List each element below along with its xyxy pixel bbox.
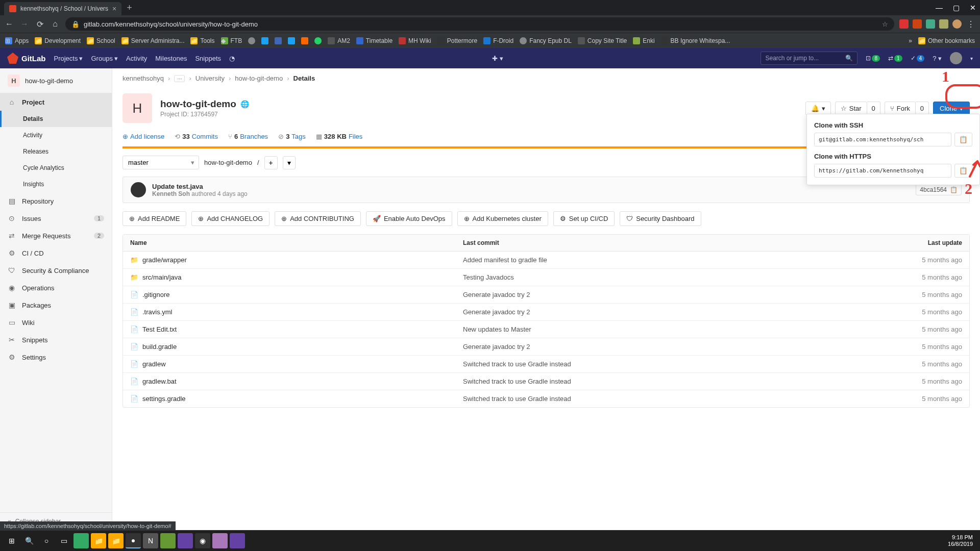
home-button[interactable]: ⌂ xyxy=(50,19,60,29)
gitlab-logo[interactable]: GitLab xyxy=(7,53,46,64)
clone-ssh-input[interactable] xyxy=(814,133,951,146)
taskbar-app[interactable] xyxy=(178,533,193,548)
bookmark[interactable]: 📁School xyxy=(87,37,115,44)
bookmark[interactable] xyxy=(275,37,282,44)
user-avatar[interactable] xyxy=(950,52,962,64)
cortana-icon[interactable]: ○ xyxy=(39,533,54,548)
sidebar-item-ci-cd[interactable]: ⚙CI / CD xyxy=(0,244,112,262)
close-window-icon[interactable]: ✕ xyxy=(970,4,976,12)
minimize-icon[interactable]: — xyxy=(936,4,943,12)
ext-icon[interactable] xyxy=(926,19,935,29)
file-row[interactable]: 📄settings.gradle Switched track to use G… xyxy=(123,390,969,407)
bookmark[interactable]: Fancy Epub DL xyxy=(520,37,572,44)
add-license-link[interactable]: ⊕Add license xyxy=(122,133,164,140)
file-row[interactable]: 📄Test Edit.txt New updates to Master 5 m… xyxy=(123,321,969,338)
quick-action-set-up-ci-cd[interactable]: ⚙Set up CI/CD xyxy=(553,211,615,226)
bookmark-overflow[interactable]: » xyxy=(909,37,912,44)
maximize-icon[interactable]: ▢ xyxy=(953,4,960,12)
taskbar-app[interactable]: N xyxy=(143,533,158,548)
bookmark[interactable] xyxy=(261,37,268,44)
quick-action-add-contributing[interactable]: ⊕Add CONTRIBUTING xyxy=(275,211,361,226)
quick-action-security-dashboard[interactable]: 🛡Security Dashboard xyxy=(620,211,701,226)
nav-milestones[interactable]: Milestones xyxy=(155,55,187,62)
profile-avatar[interactable] xyxy=(952,19,962,29)
star-icon[interactable]: ☆ xyxy=(882,20,888,28)
bookmark[interactable] xyxy=(314,37,322,44)
commit-sha[interactable]: 4bca1564 📋 xyxy=(916,184,962,195)
nav-ci-status-icon[interactable]: ◔ xyxy=(229,55,235,62)
fork-count[interactable]: 0 xyxy=(916,102,929,115)
sidebar-item-repository[interactable]: ▤Repository xyxy=(0,192,112,210)
other-bookmarks[interactable]: 📁Other bookmarks xyxy=(918,37,975,44)
bookmark[interactable]: Enki xyxy=(633,37,654,44)
bookmark[interactable] xyxy=(288,37,295,44)
bookmark[interactable]: Copy Site Title xyxy=(578,37,627,44)
sidebar-item-packages[interactable]: ▣Packages xyxy=(0,296,112,314)
sidebar-item-releases[interactable]: Releases xyxy=(0,143,112,160)
quick-action-add-changelog[interactable]: ⊕Add CHANGELOG xyxy=(191,211,270,226)
reload-button[interactable]: ⟳ xyxy=(35,19,45,29)
url-bar[interactable]: 🔒 gitlab.com/kennethsohyq/school/univers… xyxy=(65,17,894,31)
ext-icon[interactable] xyxy=(939,19,948,29)
issues-counter[interactable]: ⊡8 xyxy=(866,55,880,62)
taskbar-clock[interactable]: 9:18 PM 16/8/2019 xyxy=(948,534,976,547)
back-button[interactable]: ← xyxy=(4,19,14,29)
bookmark[interactable]: ◆FTB xyxy=(221,37,242,44)
commit-author-avatar[interactable] xyxy=(131,182,146,197)
taskbar-app[interactable] xyxy=(74,533,89,548)
taskbar-app[interactable]: ◉ xyxy=(195,533,210,548)
nav-groups[interactable]: Groups ▾ xyxy=(91,55,118,62)
forward-button[interactable]: → xyxy=(19,19,30,29)
file-explorer-icon[interactable]: 📁 xyxy=(91,533,106,548)
close-tab-icon[interactable]: × xyxy=(112,5,116,13)
quick-action-add-kubernetes-cluster[interactable]: ⊕Add Kubernetes cluster xyxy=(457,211,548,226)
sidebar-item-merge-requests[interactable]: ⇄Merge Requests2 xyxy=(0,227,112,244)
browser-menu-icon[interactable]: ⋮ xyxy=(966,19,976,29)
path-crumb[interactable]: how-to-git-demo xyxy=(204,159,252,166)
add-file-dropdown[interactable]: ▾ xyxy=(283,156,296,169)
clone-button[interactable]: Clone ▾ xyxy=(933,102,970,115)
plus-dropdown[interactable]: ✚ ▾ xyxy=(492,55,503,62)
sidebar-item-operations[interactable]: ◉Operations xyxy=(0,279,112,296)
bookmark[interactable]: 📁Tools xyxy=(190,37,214,44)
new-tab-button[interactable]: + xyxy=(127,3,132,13)
mr-counter[interactable]: ⇄1 xyxy=(888,55,902,62)
bookmark[interactable]: Timetable xyxy=(356,37,393,44)
copy-https-button[interactable]: 📋 xyxy=(954,164,972,178)
file-row[interactable]: 📄build.gradle Generate javadoc try 2 5 m… xyxy=(123,338,969,356)
bookmark[interactable] xyxy=(248,37,255,44)
nav-snippets[interactable]: Snippets xyxy=(195,55,221,62)
breadcrumb-link[interactable]: kennethsohyq xyxy=(122,74,164,82)
bookmark[interactable] xyxy=(301,37,308,44)
branches-stat[interactable]: ⑂6 Branches xyxy=(228,133,268,140)
fork-button[interactable]: ⑂Fork xyxy=(885,102,916,115)
quick-action-enable-auto-devops[interactable]: 🚀Enable Auto DevOps xyxy=(366,211,452,226)
file-row[interactable]: 📁src/main/java Testing Javadocs 5 months… xyxy=(123,269,969,286)
branch-dropdown[interactable]: master xyxy=(122,156,199,169)
sidebar-item-issues[interactable]: ⊙Issues1 xyxy=(0,210,112,227)
bookmark[interactable]: Pottermore xyxy=(437,37,477,44)
sidebar-item-insights[interactable]: Insights xyxy=(0,176,112,192)
sidebar-item-project[interactable]: ⌂Project xyxy=(0,93,112,111)
copy-icon[interactable]: 📋 xyxy=(950,186,958,193)
sidebar-item-security-compliance[interactable]: 🛡Security & Compliance xyxy=(0,262,112,279)
star-count[interactable]: 0 xyxy=(867,102,880,115)
nav-projects[interactable]: Projects ▾ xyxy=(54,55,83,62)
quick-action-add-readme[interactable]: ⊕Add README xyxy=(122,211,186,226)
star-button[interactable]: ☆Star xyxy=(835,102,867,115)
tags-stat[interactable]: ⊘3 Tags xyxy=(278,133,306,140)
taskbar-app[interactable] xyxy=(160,533,176,548)
bookmark[interactable]: AM2 xyxy=(328,37,350,44)
sidebar-item-wiki[interactable]: ▭Wiki xyxy=(0,314,112,331)
task-view-icon[interactable]: ▭ xyxy=(56,533,71,548)
commit-title[interactable]: Update test.java xyxy=(152,183,248,190)
nav-activity[interactable]: Activity xyxy=(126,55,147,62)
file-row[interactable]: 📄gradlew Switched track to use Gradle in… xyxy=(123,356,969,373)
taskbar-app[interactable]: 📁 xyxy=(108,533,124,548)
search-button[interactable]: 🔍 xyxy=(21,533,37,548)
start-button[interactable]: ⊞ xyxy=(4,533,19,548)
bookmark[interactable]: 📁Server Administra... xyxy=(121,37,185,44)
bookmark-apps[interactable]: ⊞Apps xyxy=(5,37,29,44)
sidebar-item-settings[interactable]: ⚙Settings xyxy=(0,348,112,366)
user-dropdown-caret[interactable]: ▾ xyxy=(970,56,973,61)
